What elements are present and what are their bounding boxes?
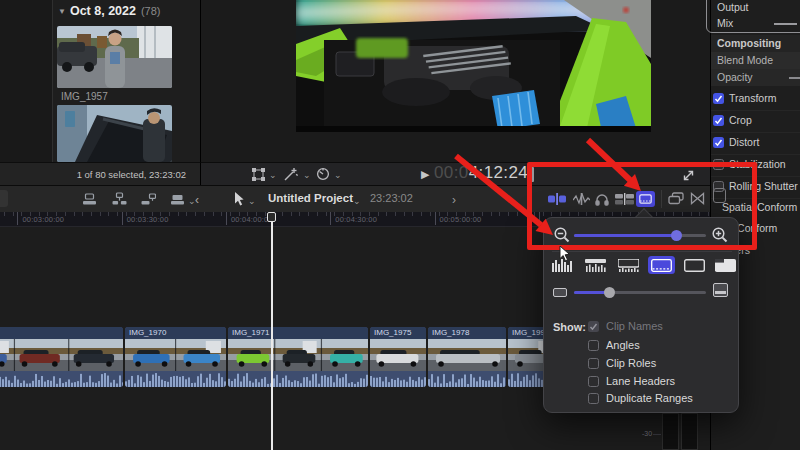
ruler-minor-tick: [82, 212, 83, 216]
back-chevron[interactable]: ‹: [195, 193, 199, 207]
skimming-toggle[interactable]: [548, 193, 566, 205]
ruler-minor-tick: [421, 212, 422, 216]
clip-roles-checkbox[interactable]: [588, 358, 599, 369]
project-duration: 23:23:02: [370, 192, 413, 204]
transform-tool-button[interactable]: [252, 168, 266, 181]
stabilization-checkbox[interactable]: [713, 159, 724, 170]
trim-bowtie-icon[interactable]: [690, 192, 705, 205]
index-button-partial[interactable]: [0, 190, 8, 207]
ruler-label: 00:03:30:00: [127, 215, 169, 224]
ruler-minor-tick: [291, 212, 292, 216]
timeline-clip-4[interactable]: IMG_1978: [428, 327, 506, 387]
toolbar-separator: [661, 190, 662, 208]
ruler-minor-tick: [517, 212, 518, 216]
timeline-clip-2[interactable]: IMG_1971: [228, 327, 368, 387]
clip-style-name-only[interactable]: [681, 256, 708, 274]
zoom-out-icon[interactable]: [553, 226, 571, 244]
disclosure-triangle-icon[interactable]: ▼: [58, 7, 66, 16]
viewer-scroll-grip[interactable]: [529, 167, 534, 182]
ruler-minor-tick: [551, 212, 552, 216]
ruler-minor-tick: [673, 212, 674, 216]
browser-clip-thumbnail-img-1957[interactable]: [57, 26, 172, 88]
transform-label: Transform: [729, 92, 776, 104]
insert-edit-button[interactable]: [112, 192, 127, 206]
effects-menu-chevron[interactable]: ⌄: [303, 170, 311, 180]
final-cut-pro-window: ▼Oct 8, 2022(78) IMG_1957: [0, 0, 800, 450]
append-edit-button[interactable]: [141, 192, 156, 206]
effects-wand-button[interactable]: [283, 167, 298, 182]
ruler-major-tick: [435, 212, 436, 225]
connect-edit-button[interactable]: [82, 192, 97, 206]
overwrite-edit-button[interactable]: [170, 192, 185, 206]
ruler-minor-tick: [317, 212, 318, 216]
clip-height-slider[interactable]: [574, 291, 706, 294]
clip-height-slider-handle[interactable]: [604, 287, 615, 298]
solo-headphones-toggle[interactable]: [595, 193, 609, 206]
ruler-minor-tick: [482, 212, 483, 216]
fullscreen-expand-icon[interactable]: [682, 169, 695, 182]
snapping-toggle[interactable]: [615, 193, 634, 205]
timeline-clip-3[interactable]: IMG_1975: [370, 327, 426, 387]
ruler-minor-tick: [282, 212, 283, 216]
inspector-opacity-row[interactable]: Opacity: [711, 69, 800, 86]
browser-clip-label: IMG_1957: [61, 91, 108, 102]
angles-checkbox[interactable]: [588, 340, 599, 351]
browser-clip-thumbnail-2[interactable]: [57, 105, 172, 162]
lane-headers-label: Lane Headers: [606, 375, 675, 388]
lane-headers-checkbox[interactable]: [588, 376, 599, 387]
timecode-dim: 00:0: [434, 163, 469, 182]
forward-chevron[interactable]: ›: [452, 193, 456, 207]
browser-status-bar: 1 of 80 selected, 23:23:02: [0, 162, 200, 185]
inspector-compositing-header: Compositing: [711, 35, 800, 52]
project-chevron[interactable]: ⌄: [353, 196, 361, 206]
duplicate-ranges-checkbox[interactable]: [588, 393, 599, 404]
ruler-minor-tick: [595, 212, 596, 216]
inspector-blend-mode-row[interactable]: Blend Mode: [711, 52, 800, 69]
crop-checkbox[interactable]: [713, 115, 724, 126]
opacity-slider[interactable]: [789, 77, 800, 79]
select-tool-chevron[interactable]: ⌄: [248, 196, 256, 206]
mix-slider[interactable]: [774, 23, 797, 25]
select-tool-button[interactable]: [234, 192, 245, 206]
timeline-clip-1[interactable]: IMG_1970: [125, 327, 226, 387]
playhead-handle[interactable]: [267, 212, 276, 222]
zoom-slider-handle[interactable]: [671, 230, 682, 241]
crop-label: Crop: [729, 114, 752, 126]
clip-style-filmstrip-large[interactable]: [615, 256, 642, 274]
ruler-minor-tick: [395, 212, 396, 216]
retime-menu-chevron[interactable]: ⌄: [334, 170, 342, 180]
clip-waveform: [125, 371, 226, 387]
ruler-minor-tick: [308, 212, 309, 216]
clip-height-large-icon: [713, 283, 728, 297]
browser-group-header[interactable]: ▼Oct 8, 2022(78): [58, 4, 161, 18]
timeline-clip-0[interactable]: [0, 327, 123, 387]
ruler-minor-tick: [430, 212, 431, 216]
retime-button[interactable]: [316, 167, 330, 181]
audio-skimming-toggle[interactable]: [573, 193, 590, 205]
ruler-minor-tick: [404, 212, 405, 216]
ruler-label: 00:05:00:00: [440, 215, 482, 224]
clip-style-filled[interactable]: [712, 256, 739, 274]
clip-style-waveform-only[interactable]: [549, 256, 576, 274]
clip-style-waveform-large[interactable]: [582, 256, 609, 274]
play-button[interactable]: ▶: [421, 168, 429, 181]
clip-names-label: Clip Names: [606, 320, 663, 333]
playhead[interactable]: [271, 213, 273, 450]
ruler-minor-tick: [65, 212, 66, 216]
zoom-in-icon[interactable]: [711, 226, 729, 244]
clip-appearance-button[interactable]: [636, 191, 655, 207]
ruler-minor-tick: [612, 212, 613, 216]
clip-name: IMG_1975: [370, 327, 426, 339]
duplicates-icon[interactable]: [668, 192, 684, 205]
transform-checkbox[interactable]: [713, 93, 724, 104]
project-name[interactable]: Untitled Project: [268, 192, 353, 204]
clip-filmstrip: [228, 339, 368, 371]
ruler-major-tick: [17, 212, 18, 225]
timeline-zoom-slider[interactable]: [574, 234, 706, 237]
clip-style-filmstrip-only[interactable]: [648, 256, 675, 274]
ruler-label: 00:03:00:00: [22, 215, 64, 224]
distort-checkbox[interactable]: [713, 137, 724, 148]
ruler-minor-tick: [578, 212, 579, 216]
transform-menu-chevron[interactable]: ⌄: [269, 170, 277, 180]
ruler-minor-tick: [178, 212, 179, 216]
